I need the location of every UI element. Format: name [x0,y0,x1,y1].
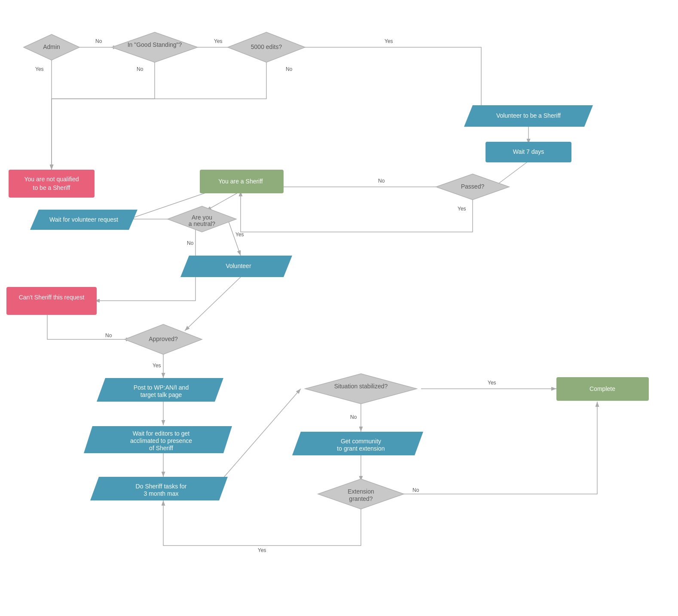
post-wp-label2: target talk page [140,391,182,398]
admin-label: Admin [43,43,60,50]
label-approved-yes: Yes [153,363,161,369]
arrow-edits-no [52,60,266,99]
arrow-extension-no [387,402,597,494]
label-passed-no: No [378,178,385,184]
not-qualified-label2: to be a Sheriff [33,184,70,191]
volunteer2-label: Volunteer [226,262,251,269]
label-situation-no: No [350,414,357,420]
arrow-standing-no [52,60,155,170]
arrow-neutral-no [95,230,195,301]
arrow-wait-passed [494,161,528,187]
arrow-passed-yes [241,191,473,232]
get-community-label2: to grant extension [337,445,385,452]
cant-sheriff-label1: Can't Sheriff this request [19,294,85,301]
arrow-sheriff-neutral [206,191,241,210]
wait-editors-label1: Wait for editors to get [133,430,190,437]
label-neutral-no: No [187,240,194,246]
get-community-label1: Get community [341,438,381,445]
edits-label: 5000 edits? [251,43,282,50]
label-admin-no: No [95,38,102,44]
approved-label: Approved? [149,335,178,342]
arrow-edits-yes [301,47,481,114]
extension-label2: granted? [349,495,373,502]
do-sheriff-label2: 3 month max [144,490,179,497]
arrow-volunteer-approved [185,277,241,331]
neutral-label1: Are you [192,214,212,221]
not-qualified-label1: You are not qualified [24,176,79,183]
label-standing-yes: Yes [214,38,223,44]
passed-label: Passed? [461,183,485,190]
do-sheriff-label1: Do Sheriff tasks for [136,483,187,490]
cant-sheriff-rect [6,287,97,315]
label-edits-yes: Yes [385,38,393,44]
post-wp-label1: Post to WP:AN/I and [134,384,189,391]
label-edits-no: No [286,66,293,72]
you-are-sheriff-label: You are a Sheriff [218,178,263,185]
neutral-label2: a neutral? [189,220,215,227]
not-qualified-rect [9,170,95,198]
wait7-label: Wait 7 days [513,148,544,155]
label-extension-yes: Yes [258,547,266,553]
label-approved-no: No [105,332,112,338]
arrow-extension-yes [163,500,361,546]
wait-editors-label3: of Sheriff [149,445,173,451]
volunteer-sheriff-label: Volunteer to be a Sheriff [496,112,561,119]
wait-volunteer-label: Wait for volunteer request [49,216,118,223]
label-standing-no: No [137,66,144,72]
label-admin-yes: Yes [35,66,44,72]
label-passed-yes: Yes [458,206,466,212]
label-situation-yes: Yes [488,380,496,386]
situation-label1: Situation stabilized? [334,383,388,390]
arrow-cants-approved [47,314,131,339]
wait-editors-label2: acclimated to presence [130,437,192,444]
good-standing-label: In "Good Standing"? [128,41,182,48]
complete-label: Complete [589,385,615,392]
extension-label1: Extension [348,488,374,495]
label-neutral-yes: Yes [235,232,244,238]
label-extension-no: No [412,487,419,493]
